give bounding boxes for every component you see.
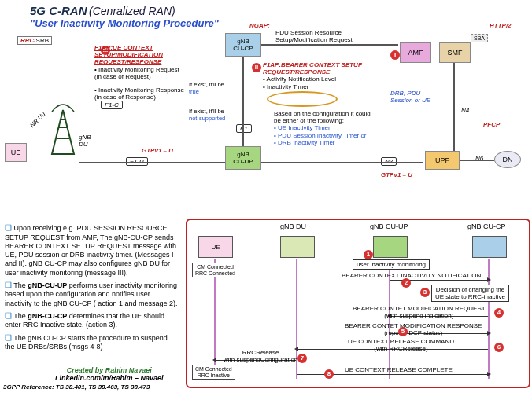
seq-msg-7: RRCRelease with suspendConfiguration [224,349,297,363]
node-gnb-cuup: gNB CU-UP [225,146,261,170]
seq-msg-2: BEARER CONTEXT INACTIVITY NOTIFICATION [342,272,481,279]
node-dn: DN [494,151,521,168]
seq-msg-1-box: user inactivity monitoring [353,259,430,270]
title-area: 5G C-RAN (Cenralized RAN) "User Inactivi… [30,4,219,29]
node-upf: UPF [425,151,460,170]
seq-msg-5: BEARER CONTET MODIFICATION RESPONSE (rep… [345,322,482,336]
sequence-panel: UE gNB DU gNB CU-UP gNB CU-CP CM Connect… [186,219,530,388]
link-upf-dn [460,160,494,161]
f1ap-hint2: If exist, it'll benot-supported [189,108,225,122]
iface-n4: N4 [461,107,469,114]
srb-label: /SRB [34,37,49,44]
note-cm-connected: CM Connected RRC Connected [192,263,238,277]
seq-num-7: 7 [297,354,307,363]
seq-msg-4: BEARER CONTET MODIFICATION REQUEST (with… [353,305,486,319]
seq-actor-cucp-cap: gNB CU-CP [467,222,506,230]
ngap-msg-text: PDU Session Resource Setup/Modification … [275,29,353,43]
seq-num-5: 5 [398,327,408,336]
seq-num-1: 1 [364,250,373,259]
f1ap-title: F1AP:UE CONTEXT SETUP/MODIFICATION REQUE… [94,44,163,66]
node-smf: SMF [439,42,471,63]
link-cucp-amf [261,44,398,46]
step-I: I [390,50,400,60]
seq-actor-ue: UE [198,236,233,258]
seq-actor-du [280,236,315,258]
e1ap-hint: DRB, PDU Session or UE [390,90,430,104]
gtpv1u-top: GTPv1 – U [142,147,173,154]
title-main: 5G C-RAN [30,4,87,17]
subtitle: "User Inactivity Monitoring Procedure" [30,17,219,29]
node-gnb-du-label-ext: gNB DU [79,134,91,148]
e1ap-block: F1AP:BEARER CONTEXT SETUP REQUEST/RESPON… [263,61,393,90]
seq-msg-6: UE CONTEXT RELEASE COMMAND (with RRCRele… [348,338,454,352]
link-cuup-upf [261,162,423,163]
gtpv1u-bot: GTPv1 – U [381,171,412,178]
f1ap-hint1: If exist, it'll betrue [189,82,224,95]
e1ap-title: F1AP:BEARER CONTEXT SETUP REQUEST/RESPON… [263,61,393,75]
title-paren: (Cenralized RAN) [89,5,175,17]
rrc-srb-box: RRC/SRB [17,36,52,45]
seq-num-3: 3 [420,288,430,297]
tower-icon [47,102,79,157]
seq-msg-8: UE CONTEXT RELEASE COMPLETE [345,366,453,373]
seq-num-2: 2 [401,278,411,288]
seq-num-4: 4 [494,308,504,318]
node-amf: AMF [400,42,431,63]
node-gnb-cucp: gNB CU-CP [225,33,261,57]
ngap-label: NGAP: [249,22,270,29]
e1ap-cfg: Based on the configuration it could be e… [274,110,412,146]
seq-num-8: 8 [324,369,334,379]
seq-msg-3-box: Decision of changing the UE state to RRC… [431,285,509,302]
seq-actor-cuup-cap: gNB CU-UP [370,222,408,230]
rrc-label: RRC [20,37,34,44]
iface-nruu: NR Uu [28,111,46,130]
link-cucp-cuup [242,57,244,146]
reference-3gpp: 3GPP Reference: TS 38.401, TS 38.463, TS… [3,384,150,391]
node-ue-label: UE [11,149,21,156]
sba-label: SBA [471,34,488,42]
inactivity-timer-highlight [267,91,338,107]
author-block: Created by Rahim Navaei Linkedin.com/In/… [55,366,164,382]
note-cm-inactive: CM Connected RRC Inactive [192,365,235,380]
step-II: II [252,63,261,72]
seq-actor-cucp [472,236,507,258]
http2-label: HTTP/2 [490,22,512,29]
link-du-cuup [79,162,225,163]
seq-actor-du-cap: gNB DU [280,222,306,230]
link-smf-upf [453,63,455,151]
description-bullets: ❑ Upon receiving e.g. PDU SESSION RESOUR… [5,220,178,354]
seq-actor-cuup [373,236,408,258]
node-ue: UE [5,143,27,162]
iface-f1c: F1-C [101,101,123,109]
ngap-msg: PDU Session Resource Setup/Modification … [275,29,386,43]
seq-num-6: 6 [494,343,504,352]
pfcp-label: PFCP [483,121,500,128]
